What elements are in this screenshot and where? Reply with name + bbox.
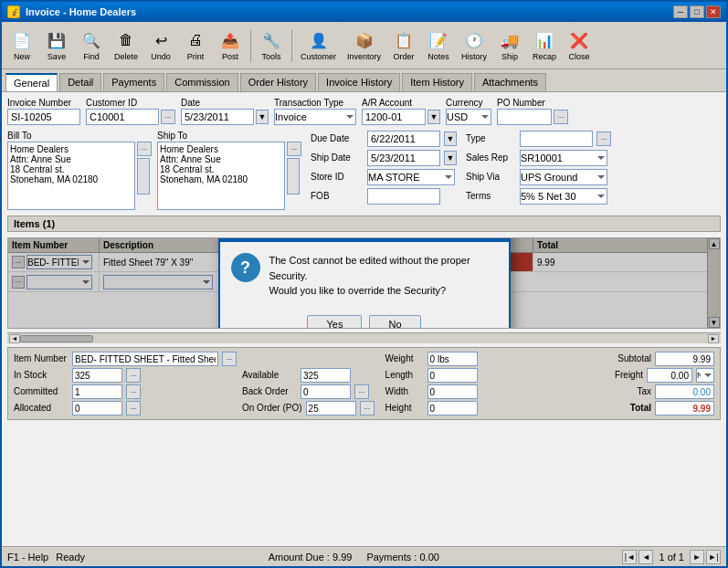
weight-input[interactable]	[427, 352, 478, 366]
freight-input[interactable]	[647, 368, 692, 383]
modal-yes-button[interactable]: Yes	[307, 315, 362, 329]
committed-input[interactable]	[72, 384, 122, 399]
transaction-type-select[interactable]: Invoice	[274, 109, 356, 125]
date-dropdown-button[interactable]: ▼	[256, 110, 269, 124]
scroll-right-button[interactable]: ►	[708, 334, 719, 343]
nav-last-button[interactable]: ►|	[706, 550, 721, 564]
tab-item-history[interactable]: Item History	[402, 73, 472, 91]
nav-next-button[interactable]: ►	[690, 550, 704, 564]
modal-question-icon: ?	[231, 253, 260, 282]
ship-date-input[interactable]	[367, 150, 440, 166]
maximize-button[interactable]: □	[690, 5, 704, 18]
ship-to-scroll[interactable]	[287, 158, 300, 195]
item-number-bottom-input[interactable]	[72, 352, 218, 366]
due-date-input[interactable]	[367, 131, 440, 147]
width-input[interactable]	[427, 384, 478, 399]
bill-to-address[interactable]: Home Dealers Attn: Anne Sue 18 Central s…	[7, 142, 135, 210]
allocated-browse[interactable]: ···	[126, 401, 141, 415]
toolbar-close-button[interactable]: ❌Close	[563, 26, 596, 66]
ship-date-dropdown[interactable]: ▼	[444, 151, 457, 165]
ar-account-input[interactable]	[362, 109, 426, 125]
toolbar-new-button[interactable]: 📄New	[5, 26, 38, 66]
find-label: Find	[83, 52, 100, 61]
close-window-button[interactable]: ✕	[706, 5, 721, 18]
nav-prev-button[interactable]: ◄	[638, 550, 653, 564]
item-number-bottom-browse[interactable]: ···	[222, 352, 237, 366]
length-label: Length	[385, 370, 424, 380]
tab-commission[interactable]: Commission	[166, 73, 238, 91]
toolbar-tools-button[interactable]: 🔧Tools	[255, 26, 288, 66]
fob-label: FOB	[311, 191, 364, 201]
toolbar-find-button[interactable]: 🔍Find	[75, 26, 108, 66]
tab-attachments[interactable]: Attachments	[474, 73, 546, 91]
toolbar-notes-button[interactable]: 📝Notes	[422, 26, 455, 66]
currency-select[interactable]: USD	[446, 109, 491, 125]
toolbar-ship-button[interactable]: 🚚Ship	[493, 26, 526, 66]
in-stock-browse[interactable]: ···	[126, 368, 141, 383]
store-id-select[interactable]: MA STORE	[367, 169, 455, 185]
toolbar-delete-button[interactable]: 🗑Delete	[110, 26, 142, 66]
back-order-input[interactable]	[301, 384, 351, 399]
nav-first-button[interactable]: |◄	[622, 550, 637, 564]
length-input[interactable]	[427, 368, 478, 383]
ship-via-select[interactable]: UPS Ground	[520, 169, 607, 185]
modal-no-button[interactable]: No	[369, 315, 420, 329]
allocated-input[interactable]	[72, 401, 122, 415]
main-window: 💰 Invoice - Home Dealers ─ □ ✕ 📄New💾Save…	[0, 0, 728, 568]
po-number-browse-button[interactable]: ···	[554, 110, 568, 124]
height-input[interactable]	[427, 401, 478, 415]
customer-id-browse-button[interactable]: ···	[161, 110, 175, 124]
date-input[interactable]	[181, 109, 254, 125]
sales-rep-select[interactable]: SR10001	[520, 150, 607, 166]
toolbar-inventory-button[interactable]: 📦Inventory	[343, 26, 385, 66]
terms-select[interactable]: 5% 5 Net 30	[520, 188, 607, 205]
po-number-input[interactable]	[497, 109, 552, 125]
on-order-browse[interactable]: ···	[360, 401, 375, 415]
subtotal-input	[655, 352, 714, 366]
ar-account-dropdown[interactable]: ▼	[427, 110, 440, 124]
invoice-number-input[interactable]	[7, 109, 80, 125]
toolbar-recap-button[interactable]: 📊Recap	[528, 26, 561, 66]
toolbar-undo-button[interactable]: ↩Undo	[144, 26, 177, 66]
fob-input[interactable]	[367, 188, 440, 205]
committed-browse[interactable]: ···	[126, 384, 141, 399]
sales-rep-label: Sales Rep	[466, 153, 516, 163]
minimize-button[interactable]: ─	[673, 5, 688, 18]
type-label: Type	[466, 133, 516, 143]
order-label: Order	[394, 52, 415, 61]
page-indicator: 1 of 1	[659, 552, 684, 563]
bill-to-scroll[interactable]	[137, 158, 150, 195]
ship-via-label: Ship Via	[466, 172, 516, 182]
ship-to-browse-button[interactable]: ···	[287, 142, 301, 156]
toolbar-print-button[interactable]: 🖨Print	[179, 26, 212, 66]
freight-type-select[interactable]: N	[696, 368, 714, 383]
history-label: History	[461, 52, 487, 61]
scroll-left-button[interactable]: ◄	[9, 334, 20, 343]
bill-to-browse-button[interactable]: ···	[137, 142, 152, 156]
scrollbar-thumb[interactable]	[20, 335, 93, 342]
toolbar-save-button[interactable]: 💾Save	[40, 26, 73, 66]
tab-order-history[interactable]: Order History	[240, 73, 316, 91]
on-order-input[interactable]	[306, 401, 356, 415]
tab-invoice-history[interactable]: Invoice History	[318, 73, 400, 91]
tab-detail[interactable]: Detail	[59, 73, 101, 91]
toolbar-history-button[interactable]: 🕐History	[457, 26, 491, 66]
type-browse-button[interactable]: ···	[596, 131, 611, 146]
tab-general[interactable]: General	[5, 73, 58, 91]
horizontal-scrollbar[interactable]: ◄ ►	[7, 332, 721, 343]
in-stock-input[interactable]	[72, 368, 122, 383]
invoice-number-label: Invoice Number	[7, 98, 80, 108]
toolbar-order-button[interactable]: 📋Order	[387, 26, 420, 66]
due-date-dropdown[interactable]: ▼	[444, 131, 457, 146]
back-order-browse[interactable]: ···	[354, 384, 369, 399]
tab-payments[interactable]: Payments	[103, 73, 164, 91]
tools-label: Tools	[262, 52, 281, 61]
toolbar-customer-button[interactable]: 👤Customer	[296, 26, 341, 66]
undo-label: Undo	[151, 52, 171, 61]
status-bar: F1 - Help Ready Amount Due : 9.99 Paymen…	[2, 546, 726, 566]
modal-overlay: Message ? The Cost cannot be edited with…	[8, 238, 720, 328]
available-input[interactable]	[301, 368, 351, 383]
toolbar-post-button[interactable]: 📤Post	[214, 26, 247, 66]
type-input[interactable]	[520, 131, 593, 147]
ship-to-address[interactable]: Home Dealers Attn: Anne Sue 18 Central s…	[157, 142, 285, 210]
